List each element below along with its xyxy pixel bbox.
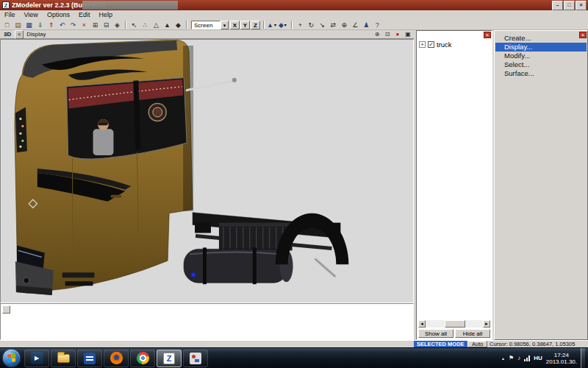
minimize-button[interactable]: – xyxy=(552,1,563,10)
snap-tool-icon[interactable]: ⊕ xyxy=(339,21,350,29)
undo-icon[interactable]: ↶ xyxy=(57,21,68,29)
window-controls: – □ × xyxy=(552,1,588,10)
export-icon[interactable]: ⇑ xyxy=(46,21,57,29)
materials-panel[interactable] xyxy=(0,303,414,340)
icon-glyph: ↶ xyxy=(60,21,65,29)
maximize-button[interactable]: □ xyxy=(564,1,575,10)
mirror-tool-icon[interactable]: ⇄ xyxy=(328,21,339,29)
axis-y-button[interactable]: Y xyxy=(240,21,250,29)
command-item[interactable]: Display... xyxy=(495,43,587,52)
close-icon[interactable]: × xyxy=(484,32,491,38)
menu-item[interactable]: Help xyxy=(94,10,117,20)
move-tool-icon[interactable]: + xyxy=(295,21,306,29)
tool-icon-group: +↻↘⇄⊕∠♟? xyxy=(295,21,383,29)
tree-horizontal-scrollbar[interactable]: ◄ ► xyxy=(418,320,490,328)
axis-x-button[interactable]: X xyxy=(230,21,240,29)
save-file-icon[interactable]: ▦ xyxy=(24,21,35,29)
viewport-dimension-button[interactable]: 3D xyxy=(1,31,13,38)
network-icon[interactable] xyxy=(524,355,530,361)
rotate-tool-icon[interactable]: ↻ xyxy=(306,21,317,29)
cursor-coordinates: Cursor: 0.98056, 0.38647, 1.05305 xyxy=(490,341,575,347)
title-bar[interactable]: Z ZModeler ver 2.2.3 (Build 971) – □ × xyxy=(0,0,588,10)
help-icon[interactable]: ? xyxy=(372,21,383,29)
icon-glyph: ▣ xyxy=(405,31,411,38)
tree-node-truck[interactable]: + ✓ truck xyxy=(419,40,452,49)
open-file-icon[interactable]: ▤ xyxy=(12,21,24,29)
delete-icon[interactable]: × xyxy=(79,21,90,29)
start-button[interactable] xyxy=(3,350,20,367)
select-mode-icon[interactable]: ↖ xyxy=(129,21,140,29)
zoom-in-icon[interactable]: ⊕ xyxy=(373,31,381,38)
scroll-right-icon[interactable]: ► xyxy=(483,320,490,328)
scale-tool-icon[interactable]: ↘ xyxy=(317,21,328,29)
screen-select[interactable]: Screen ▾ xyxy=(191,21,229,29)
command-item[interactable]: Surface... xyxy=(495,69,587,78)
door-handle xyxy=(110,195,121,198)
paste-icon[interactable]: ⊟ xyxy=(101,21,112,29)
selected-mode-badge[interactable]: SELECTED MODE xyxy=(414,341,467,347)
icon-glyph: × xyxy=(82,21,86,29)
taskbar-app-zmodeler[interactable]: Z xyxy=(157,350,182,367)
shading-dropdown[interactable]: ◆▾ xyxy=(279,21,287,29)
tree-checkbox[interactable]: ✓ xyxy=(428,41,434,48)
command-item[interactable]: Create... xyxy=(495,34,587,43)
tree-node-label: truck xyxy=(437,40,452,49)
show-all-button[interactable]: Show all xyxy=(418,329,453,338)
new-file-icon[interactable]: □ xyxy=(1,21,12,29)
main-toolbar: □▤▦⇓⇑↶↷×⊞⊟◈ ↖∴△▲◆ Screen ▾ XYZ ▲▾◆▾ +↻↘⇄… xyxy=(0,20,588,30)
tree-expand-box[interactable]: + xyxy=(419,41,426,48)
redo-icon[interactable]: ↷ xyxy=(68,21,79,29)
record-icon[interactable]: ● xyxy=(393,31,402,38)
menu-item[interactable]: Edit xyxy=(74,10,95,20)
auto-button[interactable]: Auto xyxy=(467,341,487,347)
axis-z-button[interactable]: Z xyxy=(251,21,260,29)
measure-tool-icon[interactable]: ∠ xyxy=(350,21,361,29)
vertex-mode-icon[interactable]: ∴ xyxy=(140,21,151,29)
primitives-dropdown[interactable]: ▲▾ xyxy=(267,21,277,29)
menu-item[interactable]: View xyxy=(20,10,43,20)
zoom-extents-icon[interactable]: ⊡ xyxy=(383,31,392,38)
menu-item[interactable]: File xyxy=(0,10,20,20)
hide-all-button[interactable]: Hide all xyxy=(455,329,490,338)
maximize-view-icon[interactable]: ▣ xyxy=(404,31,412,38)
image-editor-icon xyxy=(190,353,201,364)
chevron-down-icon[interactable]: ▾ xyxy=(220,21,229,29)
viewport-mode-button[interactable]: Display xyxy=(25,31,46,38)
language-indicator[interactable]: HU xyxy=(534,355,542,361)
action-center-flag-icon[interactable]: ⚑ xyxy=(509,355,514,361)
menu-item[interactable]: Options xyxy=(43,10,74,20)
clock[interactable]: 17:24 2013.01.30. xyxy=(546,352,577,365)
splitter-handle[interactable] xyxy=(2,305,10,314)
volume-icon[interactable]: ♪ xyxy=(517,355,520,361)
object-mode-icon[interactable]: ◆ xyxy=(173,21,184,29)
taskbar-app-chrome[interactable] xyxy=(130,350,155,367)
edge-mode-icon[interactable]: △ xyxy=(151,21,162,29)
commands-panel: × Create...Display...Modify...Select...S… xyxy=(494,30,588,340)
copy-icon[interactable]: ⊞ xyxy=(90,21,101,29)
manipulator-icon[interactable]: ♟ xyxy=(361,21,372,29)
background-window-titlebar[interactable] xyxy=(82,1,178,10)
taskbar-app-image-editor[interactable] xyxy=(183,350,208,367)
clock-date: 2013.01.30. xyxy=(546,358,577,365)
hidden-icons-chevron-icon[interactable]: ▲ xyxy=(501,356,505,361)
show-desktop-button[interactable] xyxy=(581,348,585,368)
pivot-marker xyxy=(191,272,196,277)
taskbar-app-firefox[interactable] xyxy=(104,350,129,367)
viewport-back-button[interactable]: < xyxy=(15,30,24,39)
viewport-canvas[interactable] xyxy=(0,39,414,303)
icon-glyph: ⊞ xyxy=(93,21,98,29)
command-item[interactable]: Modify... xyxy=(495,52,587,60)
chevron-down-icon: ▾ xyxy=(284,22,287,27)
options-icon[interactable]: ◈ xyxy=(112,21,123,29)
scrollbar-thumb[interactable] xyxy=(445,320,465,328)
dropdown-glyph: ◆ xyxy=(279,21,284,29)
command-item[interactable]: Select... xyxy=(495,60,587,69)
taskbar-app-explorer[interactable] xyxy=(51,350,76,367)
face-mode-icon[interactable]: ▲ xyxy=(162,21,173,29)
close-button[interactable]: × xyxy=(576,1,587,10)
taskbar-app-media-player[interactable]: ▶ xyxy=(24,350,49,367)
scroll-left-icon[interactable]: ◄ xyxy=(418,320,426,328)
truck-model[interactable] xyxy=(15,40,348,295)
taskbar-app-file-manager[interactable] xyxy=(77,350,102,367)
import-icon[interactable]: ⇓ xyxy=(35,21,46,29)
